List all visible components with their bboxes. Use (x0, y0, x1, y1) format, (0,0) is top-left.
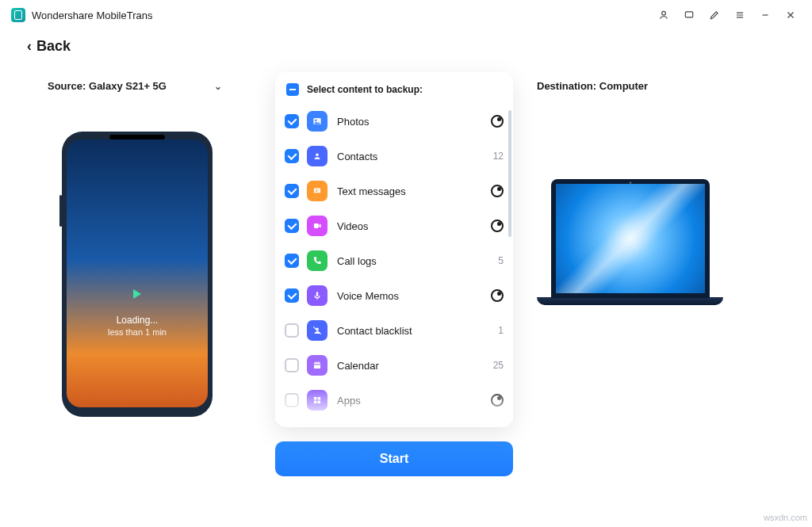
row-label: Videos (337, 220, 491, 232)
calendar-icon (307, 355, 327, 376)
content-list: PhotosContacts12Text messagesVideosCall … (275, 104, 513, 421)
checkbox[interactable] (285, 254, 299, 268)
checkbox[interactable] (285, 114, 299, 128)
apps-icon (307, 390, 327, 411)
checkbox[interactable] (285, 323, 299, 338)
row-label: Photos (337, 116, 491, 128)
svg-point-2 (315, 120, 316, 121)
panel-heading: Select content to backup: (307, 84, 423, 95)
svg-rect-9 (314, 397, 317, 400)
content-row-photos[interactable]: Photos (285, 104, 504, 139)
row-label: Voice Memos (337, 290, 491, 302)
app-icon (11, 8, 25, 22)
svg-rect-5 (314, 223, 319, 228)
row-label: Calendar (337, 360, 485, 372)
checkbox[interactable] (285, 358, 299, 372)
titlebar: Wondershare MobileTrans (0, 0, 812, 30)
photos-icon (307, 111, 327, 132)
content-selection-card: Select content to backup: PhotosContacts… (275, 72, 513, 427)
loading-spinner-icon (491, 289, 504, 302)
content-row-calendar[interactable]: Calendar25 (285, 348, 504, 383)
voice-icon (307, 285, 327, 306)
svg-rect-6 (316, 292, 318, 296)
feedback-icon[interactable] (679, 5, 699, 25)
close-button[interactable] (780, 5, 801, 25)
checkbox[interactable] (285, 184, 299, 198)
row-label: Contacts (337, 151, 485, 162)
calls-icon (307, 250, 327, 271)
loading-spinner-icon (491, 394, 504, 407)
blacklist-icon (307, 320, 327, 341)
content-row-videos[interactable]: Videos (285, 208, 504, 243)
checkbox[interactable] (285, 149, 299, 163)
play-icon (133, 289, 141, 299)
back-button[interactable]: ‹ Back (0, 30, 812, 59)
loading-spinner-icon (491, 185, 504, 197)
content-row-calls[interactable]: Call logs5 (285, 243, 504, 278)
source-device-mock: Loading... less than 1 min (62, 132, 213, 417)
row-count: 1 (485, 325, 504, 336)
svg-rect-4 (314, 189, 320, 193)
svg-point-3 (316, 154, 319, 157)
minimize-button[interactable] (755, 5, 776, 25)
checkbox[interactable] (285, 219, 299, 233)
content-row-blacklist[interactable]: Contact blacklist1 (285, 313, 504, 348)
svg-rect-0 (685, 12, 692, 17)
content-row-voice[interactable]: Voice Memos (285, 278, 504, 313)
content-row-apps[interactable]: Apps (285, 383, 504, 418)
videos-icon (307, 216, 327, 236)
source-name: Galaxy S21+ 5G (89, 80, 167, 92)
edit-icon[interactable] (704, 5, 725, 25)
row-label: Contact blacklist (337, 325, 485, 337)
row-label: Call logs (337, 255, 485, 267)
row-count: 25 (485, 360, 504, 371)
row-label: Text messages (337, 185, 491, 197)
menu-icon[interactable] (730, 5, 750, 25)
row-label: Apps (337, 395, 491, 407)
start-button[interactable]: Start (275, 441, 513, 476)
back-label: Back (36, 38, 71, 55)
destination-label: Destination: Computer (537, 80, 648, 92)
contacts-icon (307, 146, 327, 166)
chevron-left-icon: ‹ (27, 38, 32, 55)
chevron-down-icon: ⌄ (214, 81, 222, 92)
select-all-checkbox[interactable] (286, 83, 299, 96)
app-title: Wondershare MobileTrans (32, 10, 152, 21)
source-prefix: Source: (48, 80, 86, 92)
destination-device-mock (537, 179, 723, 305)
scrollbar[interactable] (508, 110, 511, 237)
checkbox[interactable] (285, 288, 299, 303)
loading-status: Loading... (117, 315, 159, 326)
loading-spinner-icon (491, 220, 504, 232)
source-selector[interactable]: Source: Galaxy S21+ 5G ⌄ (48, 80, 222, 92)
content-row-contacts[interactable]: Contacts12 (285, 139, 504, 174)
loading-eta: less than 1 min (108, 327, 167, 337)
loading-spinner-icon (491, 115, 504, 128)
svg-rect-12 (318, 401, 321, 404)
row-count: 5 (485, 255, 504, 266)
svg-rect-10 (318, 397, 321, 400)
checkbox[interactable] (285, 393, 299, 407)
content-row-sms[interactable]: Text messages (285, 174, 504, 208)
svg-rect-8 (314, 363, 320, 369)
account-icon[interactable] (653, 5, 674, 25)
watermark: wsxdn.com (764, 513, 807, 522)
svg-rect-11 (314, 401, 317, 404)
row-count: 12 (485, 151, 504, 162)
sms-icon (307, 181, 327, 201)
